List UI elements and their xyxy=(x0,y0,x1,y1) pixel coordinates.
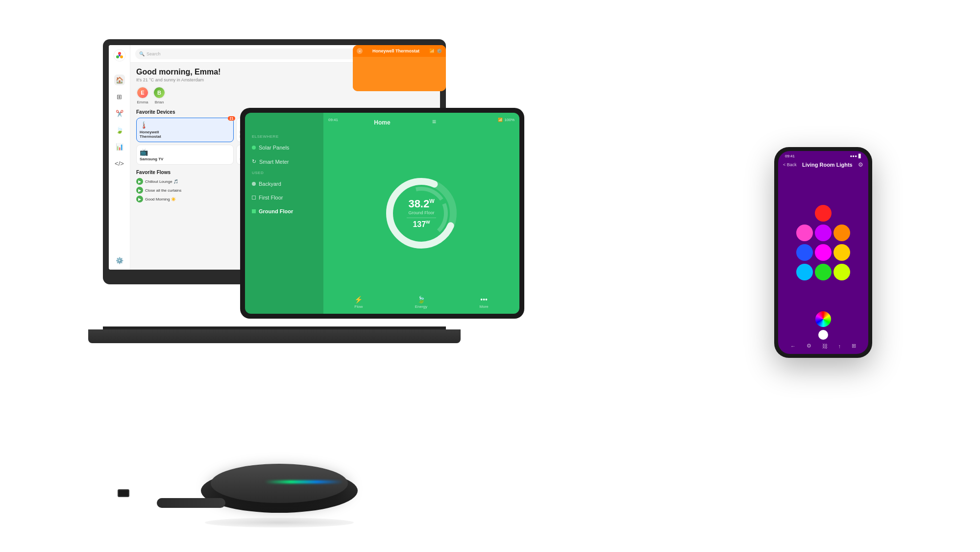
sidebar-grid-icon[interactable]: ⊞ xyxy=(114,91,125,102)
back-button[interactable]: < Back xyxy=(783,162,797,167)
tablet: 09:41 📶 100% Home ≡ ELSEWHERE xyxy=(240,108,524,319)
color-green[interactable] xyxy=(815,264,832,280)
share-icon[interactable]: ↑ xyxy=(838,343,841,349)
thermostat-popup[interactable]: × Honeywell Thermostat 📶 ⚙️ xyxy=(353,45,446,91)
more-nav-item[interactable]: ••• More xyxy=(480,296,489,309)
device-thermostat[interactable]: 🌡️ 21 HoneywellThermostat xyxy=(136,118,234,142)
phone-time: 09:41 xyxy=(785,154,795,158)
smart-meter-item[interactable]: ↻ Smart Meter xyxy=(245,154,323,169)
color-yellow[interactable] xyxy=(833,244,850,261)
solar-panels-item[interactable]: Solar Panels xyxy=(245,141,323,154)
tablet-screen: 09:41 📶 100% Home ≡ ELSEWHERE xyxy=(245,113,519,314)
flow-name-5: Good Morning ☀️ xyxy=(145,197,176,201)
flow-name: Chillout Lounge 🎵 xyxy=(145,179,178,184)
first-floor-label: First Floor xyxy=(259,195,283,201)
energy-nav-label: Energy xyxy=(415,304,427,309)
grid-ctrl-icon[interactable]: ⊞ xyxy=(852,343,856,349)
laptop-sidebar: 🏠 ⊞ ✂️ 🍃 📊 </> ⚙️ xyxy=(109,45,130,270)
thermostat-badge: 21 xyxy=(228,116,236,121)
first-floor-icon xyxy=(252,196,256,200)
sidebar-flows-icon[interactable]: ✂️ xyxy=(114,108,125,119)
tablet-header-title: Home xyxy=(374,118,390,126)
phone-bottom: ← ⚙ ⛓ ↑ ⊞ xyxy=(778,308,868,354)
more-nav-label: More xyxy=(480,304,489,309)
ground-floor-item[interactable]: Ground Floor xyxy=(245,204,323,218)
hub-body xyxy=(211,464,348,503)
tv-icon: 📺 xyxy=(140,148,230,156)
flow-btn[interactable]: ▶ xyxy=(136,178,143,185)
color-red[interactable] xyxy=(815,205,832,222)
color-purple[interactable] xyxy=(815,244,832,261)
solar-dot xyxy=(252,146,256,150)
popup-settings-icon[interactable]: ⚙️ xyxy=(437,49,442,53)
search-bar[interactable]: 🔍 Search xyxy=(135,49,382,59)
color-orange[interactable] xyxy=(833,225,850,241)
phone-nav: < Back Living Room Lights ⚙ xyxy=(778,159,868,170)
ground-floor-label: Ground Floor xyxy=(259,208,293,214)
meter-label: Smart Meter xyxy=(259,159,289,165)
backyard-item[interactable]: Backyard xyxy=(245,177,323,191)
brian-name: Brian xyxy=(155,100,164,104)
hub-cable xyxy=(157,498,225,508)
popup-title: Honeywell Thermostat xyxy=(372,49,419,53)
laptop-base xyxy=(88,329,461,343)
energy-secondary-value: 137W xyxy=(407,220,436,229)
sidebar-chart-icon[interactable]: 📊 xyxy=(114,141,125,152)
gear-ctrl-icon[interactable]: ⚙ xyxy=(807,343,811,349)
color-cyan[interactable] xyxy=(796,264,813,280)
search-placeholder: Search xyxy=(147,51,161,56)
tv-name: Samsung TV xyxy=(140,157,230,161)
sidebar-leaf-icon[interactable]: 🍃 xyxy=(114,125,125,135)
tablet-main: 38.2W Ground Floor 137W xyxy=(323,113,519,314)
device-tv[interactable]: 📺 Samsung TV xyxy=(136,145,234,165)
energy-main-value: 38.2W xyxy=(407,198,436,210)
color-magenta[interactable] xyxy=(815,225,832,241)
phone-status-bar: 09:41 ●●● ▊ xyxy=(778,151,868,159)
flow-name-3: Close all the curtains xyxy=(145,188,181,193)
colors-cluster xyxy=(789,200,858,278)
ground-floor-icon xyxy=(252,209,256,213)
section-used: USED xyxy=(245,169,323,177)
popup-header: × Honeywell Thermostat 📶 ⚙️ xyxy=(353,45,446,57)
sidebar-code-icon[interactable]: </> xyxy=(114,158,125,169)
color-lime[interactable] xyxy=(833,264,850,280)
phone-controls-row: ← ⚙ ⛓ ↑ ⊞ xyxy=(785,343,861,349)
popup-close-button[interactable]: × xyxy=(357,48,363,54)
white-dot[interactable] xyxy=(818,330,828,340)
user-emma: E Emma xyxy=(136,86,149,104)
section-elsewhere: ELSEWHERE xyxy=(245,132,323,141)
phone-settings-icon[interactable]: ⚙ xyxy=(858,161,863,168)
flow-nav-icon: ⚡ xyxy=(354,296,363,303)
flow-btn-3[interactable]: ▶ xyxy=(136,187,143,194)
back-icon[interactable]: ← xyxy=(790,343,796,349)
color-wheel[interactable] xyxy=(815,311,831,327)
link-icon[interactable]: ⛓ xyxy=(822,343,828,349)
tablet-outer: 09:41 📶 100% Home ≡ ELSEWHERE xyxy=(240,108,524,319)
emma-name: Emma xyxy=(137,100,148,104)
flow-nav-item[interactable]: ⚡ Flow xyxy=(354,296,363,309)
color-blue[interactable] xyxy=(796,244,813,261)
energy-divider xyxy=(407,218,436,218)
backyard-dot xyxy=(252,182,256,186)
tablet-status-bar: 09:41 📶 100% xyxy=(323,118,519,122)
thermostat-name: HoneywellThermostat xyxy=(140,130,230,139)
color-pink[interactable] xyxy=(796,225,813,241)
first-floor-item[interactable]: First Floor xyxy=(245,191,323,204)
sidebar-settings-icon[interactable]: ⚙️ xyxy=(114,255,125,266)
phone-screen-title: Living Room Lights xyxy=(802,162,853,168)
search-icon: 🔍 xyxy=(139,51,145,56)
backyard-label: Backyard xyxy=(259,181,281,187)
app-logo xyxy=(113,49,126,66)
solar-label: Solar Panels xyxy=(259,145,289,151)
energy-gauge: 38.2W Ground Floor 137W xyxy=(382,174,461,252)
tablet-battery: 100% xyxy=(505,118,514,122)
energy-nav-item[interactable]: 🍃 Energy xyxy=(415,296,427,309)
phone-screen: 09:41 ●●● ▊ < Back Living Room Lights ⚙ xyxy=(778,151,868,354)
brian-avatar: B xyxy=(153,86,166,99)
sidebar-home-icon[interactable]: 🏠 xyxy=(114,75,125,85)
flow-btn-5[interactable]: ▶ xyxy=(136,196,143,202)
tablet-menu-icon[interactable]: ≡ xyxy=(432,118,436,125)
hub-shadow xyxy=(205,518,354,527)
popup-wifi-icon: 📶 xyxy=(429,49,435,53)
svg-point-2 xyxy=(116,55,119,58)
